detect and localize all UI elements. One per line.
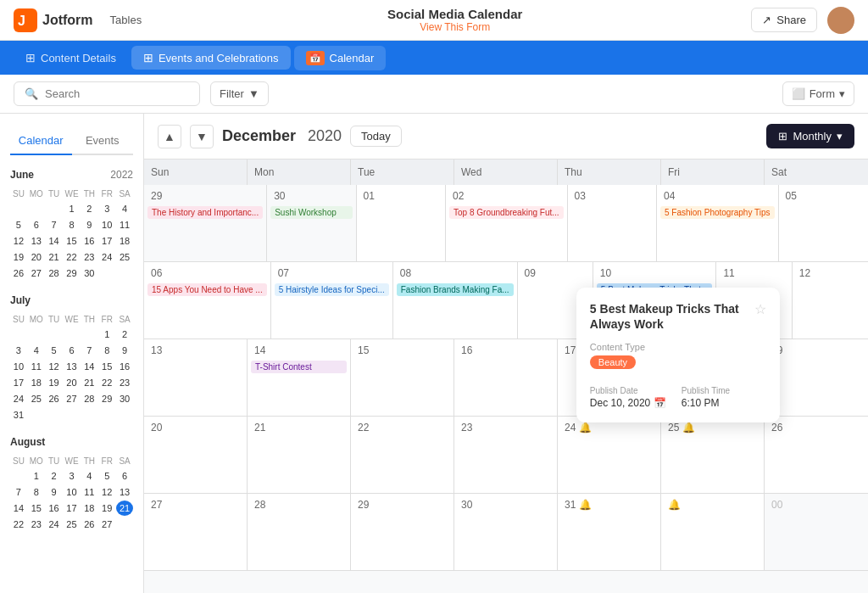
mini-day-3[interactable]: 3 bbox=[98, 201, 115, 216]
sidebar-tab-events[interactable]: Events bbox=[72, 127, 134, 154]
cal-cell-dec29: 29 bbox=[351, 494, 454, 570]
monthly-label: Monthly bbox=[793, 130, 832, 143]
mini-day-29[interactable]: 29 bbox=[64, 266, 81, 281]
cal-event-fashion-tips[interactable]: 5 Fashion Photography Tips bbox=[660, 206, 775, 219]
mini-day-22[interactable]: 22 bbox=[64, 249, 81, 265]
monthly-chevron-icon: ▾ bbox=[837, 130, 843, 143]
mini-day-21[interactable]: 21 bbox=[46, 249, 63, 265]
cal-event-tshirt[interactable]: T-Shirt Contest bbox=[251, 361, 347, 373]
cal-cell-dec19: 19 bbox=[765, 339, 868, 416]
mini-day-6[interactable]: 6 bbox=[28, 217, 45, 232]
mini-day-13[interactable]: 13 bbox=[28, 233, 45, 249]
cal-week-2: 06 15 Apps You Need to Have ... 07 5 Hai… bbox=[144, 262, 868, 339]
filter-icon: ▼ bbox=[248, 87, 259, 100]
search-input[interactable] bbox=[45, 87, 181, 100]
mini-day-10[interactable]: 10 bbox=[98, 217, 115, 232]
form-chevron-icon: ▾ bbox=[839, 87, 845, 100]
logo-text: Jotform bbox=[42, 13, 93, 28]
mini-day-18[interactable]: 18 bbox=[116, 233, 133, 249]
publish-date-text: Dec 10, 2020 bbox=[590, 397, 650, 409]
mini-day-2[interactable]: 2 bbox=[81, 201, 97, 216]
share-button[interactable]: ↗ Share bbox=[751, 8, 817, 32]
day-header-fr: FR bbox=[98, 187, 115, 200]
filter-button[interactable]: Filter ▼ bbox=[210, 81, 269, 106]
mini-day-26[interactable]: 26 bbox=[10, 266, 27, 281]
tab-events-celebrations[interactable]: ⊞ Events and Celebrations bbox=[131, 46, 291, 70]
cal-event-groundbreaking[interactable]: Top 8 Groundbreaking Fut... bbox=[449, 206, 564, 219]
popup-badge: Beauty bbox=[590, 355, 636, 369]
monthly-button[interactable]: ⊞ Monthly ▾ bbox=[766, 124, 854, 148]
form-icon: ⬜ bbox=[792, 87, 805, 100]
mini-day-1[interactable]: 1 bbox=[64, 201, 81, 216]
cal-event-sushi[interactable]: Sushi Workshop bbox=[270, 206, 352, 219]
cal-date: 04 bbox=[660, 188, 678, 204]
mini-day-28[interactable]: 28 bbox=[46, 266, 63, 281]
star-icon[interactable]: ☆ bbox=[754, 301, 766, 317]
mini-day-19[interactable]: 19 bbox=[10, 249, 27, 265]
cal-date: 08 bbox=[397, 266, 415, 281]
cal-date: 11 bbox=[720, 266, 737, 281]
mini-day-20[interactable]: 20 bbox=[28, 249, 45, 265]
view-form-link[interactable]: View This Form bbox=[159, 21, 751, 33]
today-button[interactable]: Today bbox=[350, 126, 402, 147]
mini-day-24[interactable]: 24 bbox=[98, 249, 115, 265]
sidebar-tab-calendar[interactable]: Calendar bbox=[10, 127, 72, 155]
cal-date: 29 bbox=[147, 188, 165, 204]
mini-day-25[interactable]: 25 bbox=[116, 249, 133, 265]
tab-bar: ⊞ Content Details ⊞ Events and Celebrati… bbox=[0, 41, 868, 75]
popup-publish-date-label: Publish Date bbox=[590, 386, 675, 395]
mini-day-4[interactable]: 4 bbox=[116, 201, 133, 216]
mini-day-9[interactable]: 9 bbox=[81, 217, 97, 232]
mini-day-17[interactable]: 17 bbox=[98, 233, 115, 249]
cal-date: 00 bbox=[768, 497, 786, 512]
mini-day-15[interactable]: 15 bbox=[64, 233, 81, 249]
popup-header: 5 Best Makeup Tricks That Always Work ☆ bbox=[590, 301, 766, 332]
prev-month-button[interactable]: ▲ bbox=[158, 125, 181, 148]
cal-year: 2020 bbox=[308, 127, 342, 145]
day-header-su: SU bbox=[10, 187, 27, 200]
share-label: Share bbox=[776, 14, 806, 26]
mini-day-27[interactable]: 27 bbox=[28, 266, 45, 281]
search-icon: 🔍 bbox=[25, 87, 38, 100]
tables-link[interactable]: Tables bbox=[110, 14, 142, 26]
mini-day-8[interactable]: 8 bbox=[64, 217, 81, 232]
page-title-area: Social Media Calendar View This Form bbox=[159, 7, 751, 33]
cal-week-4: 20 21 22 23 24 🔔 25 🔔 26 bbox=[144, 417, 868, 494]
mini-day-14[interactable]: 14 bbox=[46, 233, 63, 249]
next-month-button[interactable]: ▼ bbox=[190, 125, 214, 148]
cal-cell-dec15: 15 bbox=[351, 339, 454, 416]
mini-day-7[interactable]: 7 bbox=[46, 217, 63, 232]
mini-day-30[interactable]: 30 bbox=[81, 266, 97, 281]
tab-content-details[interactable]: ⊞ Content Details bbox=[14, 46, 128, 70]
cal-date: 14 bbox=[251, 343, 269, 358]
mini-day-16[interactable]: 16 bbox=[81, 233, 97, 249]
col-tue: Tue bbox=[351, 159, 454, 185]
tab-calendar[interactable]: 📅 Calendar bbox=[294, 46, 387, 70]
mini-day-12[interactable]: 12 bbox=[10, 233, 27, 249]
cal-event-apps[interactable]: 15 Apps You Need to Have ... bbox=[147, 283, 267, 296]
col-fri: Fri bbox=[661, 159, 765, 185]
cal-cell-dec14: 14 T-Shirt Contest bbox=[248, 339, 351, 416]
mini-day-5[interactable]: 5 bbox=[10, 217, 27, 232]
publish-time-text: 6:10 PM bbox=[682, 397, 720, 409]
cal-cell-dec08: 08 Fashion Brands Making Fa... bbox=[393, 262, 518, 338]
cal-event-hairstyle[interactable]: 5 Hairstyle Ideas for Speci... bbox=[275, 283, 389, 296]
cal-week-1: 29 The History and Importanc... 30 Sushi… bbox=[144, 185, 868, 262]
cal-event[interactable]: The History and Importanc... bbox=[147, 206, 263, 219]
form-button[interactable]: ⬜ Form ▾ bbox=[782, 81, 854, 106]
mini-day-11[interactable]: 11 bbox=[116, 217, 133, 232]
cal-cell-dec23: 23 bbox=[454, 417, 558, 493]
grid2-icon: ⊞ bbox=[143, 51, 153, 64]
cal-date: 01 bbox=[360, 188, 378, 204]
cal-date: 09 bbox=[521, 266, 539, 281]
mini-cal-june: June 2022 SU MO TU WE TH FR SA 1 2 3 4 5… bbox=[10, 169, 133, 281]
cal-date: 30 bbox=[458, 497, 476, 512]
top-nav: J Jotform Tables Social Media Calendar V… bbox=[0, 0, 868, 41]
cal-cell-dec16: 16 bbox=[454, 339, 558, 416]
cal-icon: 📅 bbox=[654, 397, 666, 409]
cal-event-fashion-brands[interactable]: Fashion Brands Making Fa... bbox=[397, 283, 514, 296]
event-popup: 5 Best Makeup Tricks That Always Work ☆ … bbox=[576, 288, 780, 422]
cal-date: 🔔 bbox=[665, 497, 684, 512]
day-header-sa: SA bbox=[116, 187, 133, 200]
mini-day-23[interactable]: 23 bbox=[81, 249, 97, 265]
